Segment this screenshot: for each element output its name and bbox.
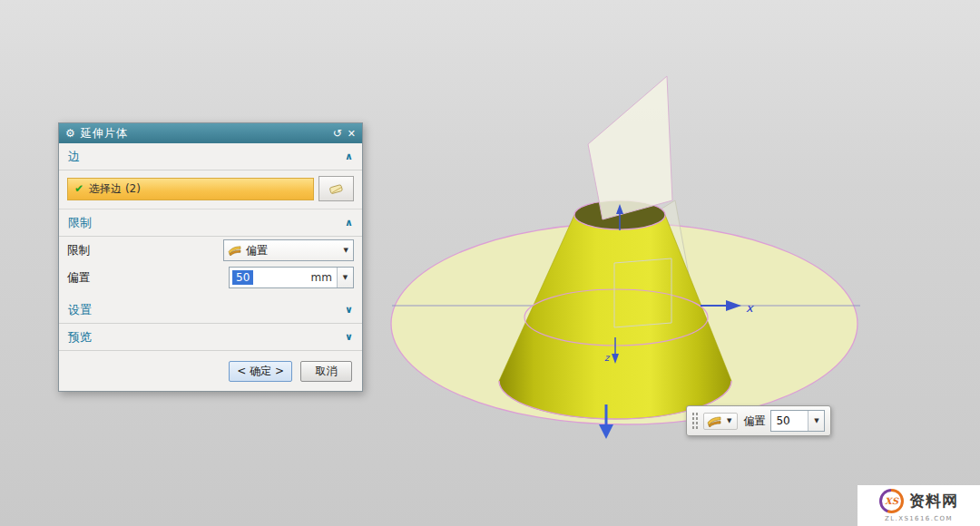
chevron-down-icon[interactable]: ∨ xyxy=(345,304,353,316)
edge-select-icon xyxy=(328,182,346,196)
edge-filter-button[interactable] xyxy=(318,176,354,201)
section-preview-label: 预览 xyxy=(68,329,92,346)
dialog-title: 延伸片体 xyxy=(81,126,328,141)
mini-offset-value[interactable]: 50 xyxy=(771,414,808,427)
watermark-site-url: ZL.XS1616.COM xyxy=(885,515,953,522)
limit-dropdown-value: 偏置 xyxy=(246,243,337,258)
vertical-sheet-fin[interactable] xyxy=(588,76,672,219)
xs-logo-icon: XS xyxy=(879,489,904,513)
dialog-button-row: < 确定 > 取消 xyxy=(59,351,362,391)
offset-value-selected[interactable]: 50 xyxy=(232,270,253,285)
offset-unit-dropdown[interactable]: ▼ xyxy=(337,268,353,287)
select-edge-label: 选择边 (2) xyxy=(89,181,141,197)
offset-icon xyxy=(228,245,241,256)
axis-x-label: x xyxy=(746,301,754,315)
chevron-down-icon: ▼ xyxy=(724,417,734,424)
mini-limit-dropdown[interactable]: ▼ xyxy=(703,413,738,430)
offset-input[interactable]: 50 mm ▼ xyxy=(229,267,354,288)
watermark-row: XS 资料网 xyxy=(879,489,958,513)
section-settings-label: 设置 xyxy=(68,302,92,318)
dialog-titlebar[interactable]: ⚙ 延伸片体 ↺ ✕ xyxy=(59,123,362,143)
offset-row: 偏置 50 mm ▼ xyxy=(59,264,362,291)
extension-direction-arrow-head[interactable] xyxy=(599,424,613,439)
reset-icon[interactable]: ↺ xyxy=(333,128,342,139)
offset-label: 偏置 xyxy=(67,270,90,286)
application-window: x z ⚙ 延伸片体 ↺ ✕ 边 ∧ ✔ 选择边 (2) xyxy=(0,0,980,526)
chevron-down-icon: ▼ xyxy=(340,274,350,281)
section-header-limit[interactable]: 限制 ∧ xyxy=(59,209,362,237)
check-icon: ✔ xyxy=(74,182,83,195)
chevron-up-icon[interactable]: ∧ xyxy=(345,217,353,229)
site-watermark: XS 资料网 ZL.XS1616.COM xyxy=(858,485,980,526)
offset-icon xyxy=(707,415,721,427)
ok-button[interactable]: < 确定 > xyxy=(229,361,292,382)
section-header-preview[interactable]: 预览 ∨ xyxy=(59,324,362,351)
section-header-edge[interactable]: 边 ∧ xyxy=(59,143,362,170)
chevron-down-icon[interactable]: ▼ xyxy=(341,247,351,254)
limit-row: 限制 偏置 ▼ xyxy=(59,237,362,264)
mini-offset-input[interactable]: 50 ▼ xyxy=(770,410,825,432)
mini-offset-label: 偏置 xyxy=(743,414,765,429)
chevron-down-icon[interactable]: ∨ xyxy=(345,331,353,343)
drag-handle[interactable] xyxy=(691,411,698,431)
cancel-button[interactable]: 取消 xyxy=(300,361,352,382)
section-header-settings[interactable]: 设置 ∨ xyxy=(59,297,362,324)
offset-unit: mm xyxy=(311,271,337,284)
select-edge-field[interactable]: ✔ 选择边 (2) xyxy=(67,178,314,200)
gear-icon[interactable]: ⚙ xyxy=(65,128,75,139)
section-edge-label: 边 xyxy=(68,149,80,165)
watermark-site-name: 资料网 xyxy=(909,491,958,511)
select-edge-row: ✔ 选择边 (2) xyxy=(59,170,362,209)
chevron-down-icon: ▼ xyxy=(811,417,821,424)
close-icon[interactable]: ✕ xyxy=(348,129,356,139)
mini-offset-dropdown[interactable]: ▼ xyxy=(808,411,824,431)
extend-sheet-dialog: ⚙ 延伸片体 ↺ ✕ 边 ∧ ✔ 选择边 (2) 限制 ∧ xyxy=(58,122,363,392)
limit-dropdown[interactable]: 偏置 ▼ xyxy=(223,239,354,261)
onscreen-mini-toolbar: ▼ 偏置 50 ▼ xyxy=(686,405,831,436)
section-limit-label: 限制 xyxy=(68,215,92,231)
xs-logo-text: XS xyxy=(882,492,901,511)
chevron-up-icon[interactable]: ∧ xyxy=(345,151,353,162)
limit-label: 限制 xyxy=(67,243,90,258)
